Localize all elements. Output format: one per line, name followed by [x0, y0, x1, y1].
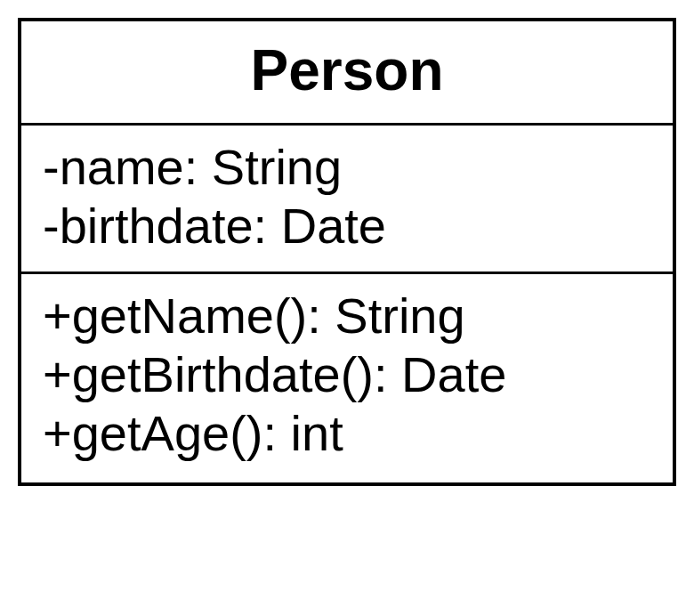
- uml-method: +getAge(): int: [43, 404, 651, 463]
- uml-methods-section: +getName(): String +getBirthdate(): Date…: [21, 274, 673, 482]
- uml-class-name-section: Person: [21, 21, 673, 126]
- uml-method: +getName(): String: [43, 287, 651, 345]
- uml-class-box: Person -name: String -birthdate: Date +g…: [18, 18, 676, 486]
- uml-class-name: Person: [43, 37, 651, 103]
- uml-attribute: -birthdate: Date: [43, 197, 651, 255]
- uml-attributes-section: -name: String -birthdate: Date: [21, 126, 673, 274]
- uml-attribute: -name: String: [43, 138, 651, 197]
- uml-method: +getBirthdate(): Date: [43, 345, 651, 404]
